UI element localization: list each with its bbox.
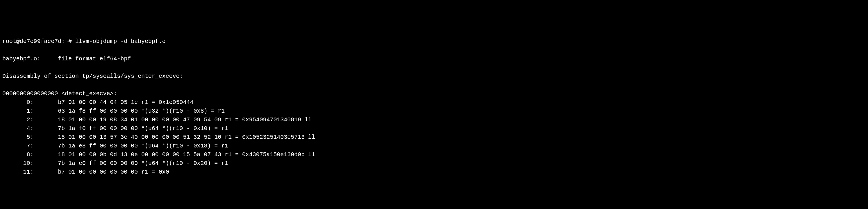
instruction-bytes: 18 01 00 00 19 08 34 01 00 00 00 00 47 0… <box>34 116 221 123</box>
instruction-asm: *(u32 *)(r10 - 0x8) = r1 <box>138 108 225 114</box>
instruction-asm: r1 = 0x43075a150e130d0b ll <box>221 151 315 158</box>
instruction-bytes: 18 01 00 00 13 57 3e 40 00 00 00 00 51 3… <box>34 134 221 140</box>
instruction-bytes: 7b 1a e8 ff 00 00 00 00 <box>34 142 138 149</box>
instruction-bytes: 7b 1a f0 ff 00 00 00 00 <box>34 125 138 132</box>
command-line[interactable]: root@de7c99face7d:~# llvm-objdump -d bab… <box>2 37 866 46</box>
instruction-offset: 4: <box>2 125 34 132</box>
instruction-asm: *(u64 *)(r10 - 0x10) = r1 <box>138 125 228 132</box>
instruction-row: 0: b7 01 00 00 44 04 05 1c r1 = 0x1c0504… <box>2 99 193 106</box>
instruction-offset: 5: <box>2 134 34 140</box>
blank-line <box>2 81 866 89</box>
blank-line <box>2 63 866 72</box>
instruction-row: 11: b7 01 00 00 00 00 00 00 r1 = 0x0 <box>2 168 169 175</box>
instruction-row: 10: 7b 1a e0 ff 00 00 00 00 *(u64 *)(r10… <box>2 160 228 166</box>
instruction-asm: *(u64 *)(r10 - 0x18) = r1 <box>138 142 228 149</box>
instruction-offset: 7: <box>2 142 34 149</box>
instruction-bytes: b7 01 00 00 44 04 05 1c <box>34 99 138 106</box>
instruction-asm: *(u64 *)(r10 - 0x20) = r1 <box>138 160 228 166</box>
instruction-bytes: 7b 1a e0 ff 00 00 00 00 <box>34 160 138 166</box>
instruction-offset: 2: <box>2 116 34 123</box>
instruction-asm: r1 = 0x954094701340819 ll <box>221 116 312 123</box>
instruction-row: 2: 18 01 00 00 19 08 34 01 00 00 00 00 4… <box>2 116 312 123</box>
instruction-bytes: 18 01 00 00 0b 0d 13 0e 00 00 00 00 15 5… <box>34 151 221 158</box>
instruction-offset: 8: <box>2 151 34 158</box>
instruction-bytes: b7 01 00 00 00 00 00 00 <box>34 168 138 175</box>
instruction-offset: 10: <box>2 160 34 166</box>
blank-line <box>2 46 866 55</box>
instruction-row: 4: 7b 1a f0 ff 00 00 00 00 *(u64 *)(r10 … <box>2 125 228 132</box>
function-header: 0000000000000000 <detect_execve>: <box>2 90 117 97</box>
instruction-bytes: 63 1a f8 ff 00 00 00 00 <box>34 108 138 114</box>
instruction-row: 5: 18 01 00 00 13 57 3e 40 00 00 00 00 5… <box>2 134 315 140</box>
command-text: llvm-objdump -d babyebpf.o <box>75 38 165 45</box>
instruction-row: 1: 63 1a f8 ff 00 00 00 00 *(u32 *)(r10 … <box>2 108 225 114</box>
instruction-offset: 0: <box>2 99 34 106</box>
shell-prompt: root@de7c99face7d:~# <box>2 38 75 45</box>
file-header: babyebpf.o: file format elf64-bpf <box>2 55 131 62</box>
instruction-row: 7: 7b 1a e8 ff 00 00 00 00 *(u64 *)(r10 … <box>2 142 228 149</box>
instruction-asm: r1 = 0x0 <box>138 168 169 175</box>
instruction-offset: 11: <box>2 168 34 175</box>
instruction-asm: r1 = 0x10523251403e5713 ll <box>221 134 315 140</box>
instruction-row: 8: 18 01 00 00 0b 0d 13 0e 00 00 00 00 1… <box>2 151 315 158</box>
section-header: Disassembly of section tp/syscalls/sys_e… <box>2 73 183 80</box>
instruction-offset: 1: <box>2 108 34 114</box>
instruction-asm: r1 = 0x1c050444 <box>138 99 193 106</box>
terminal-output: root@de7c99face7d:~# llvm-objdump -d bab… <box>2 37 866 177</box>
